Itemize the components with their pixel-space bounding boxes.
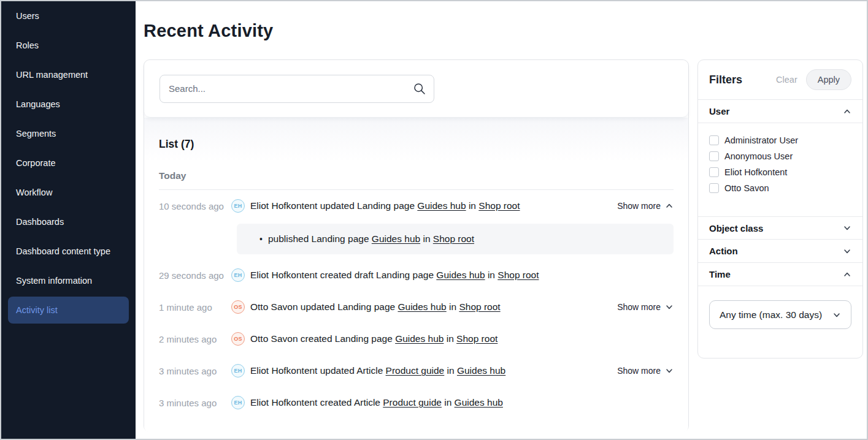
content-link[interactable]: Shop root [497, 270, 539, 280]
sidebar-item-users[interactable]: Users [1, 1, 136, 31]
activity-list-section: List (7) Today 10 seconds agoEHEliot Hof… [144, 118, 688, 433]
filter-section-action[interactable]: Action [698, 240, 862, 263]
checkbox-otto-savon[interactable] [709, 183, 719, 193]
activity-description: Otto Savon updated Landing page Guides h… [250, 302, 501, 313]
content-link[interactable]: Guides hub [372, 233, 420, 244]
timestamp: 1 minute ago [159, 302, 231, 313]
filter-section-time[interactable]: Time [698, 263, 862, 286]
filter-section-user[interactable]: User [698, 100, 862, 123]
content-link[interactable]: Guides hub [455, 397, 503, 408]
content-link[interactable]: Shop root [478, 200, 520, 211]
content-text: in [420, 233, 433, 244]
checkbox-anonymous-user[interactable] [709, 151, 719, 161]
content-text: in [444, 333, 456, 344]
sidebar-item-workflow[interactable]: Workflow [1, 178, 136, 207]
filter-section-label: Action [709, 246, 738, 256]
content-link[interactable]: Shop root [456, 333, 497, 344]
content-link[interactable]: Product guide [383, 397, 442, 408]
sidebar-item-segments[interactable]: Segments [1, 119, 136, 148]
activity-description: Eliot Hofkontent created Article Product… [250, 397, 503, 408]
content-link[interactable]: Product guide [386, 365, 445, 376]
time-filter-content: Any time (max. 30 days) [698, 286, 862, 329]
chevron-down-icon [843, 224, 851, 232]
sidebar-item-url-management[interactable]: URL management [1, 60, 136, 89]
show-more-button[interactable]: Show more [610, 201, 674, 211]
timestamp: 10 seconds ago [159, 201, 231, 211]
activity-description: Otto Savon created Landing page Guides h… [250, 333, 497, 344]
filter-section-label: Object class [709, 223, 763, 233]
page-title: Recent Activity [144, 21, 273, 41]
content-link[interactable]: Shop root [459, 302, 500, 312]
filters-header: Filters Clear Apply [698, 60, 862, 100]
show-more-button[interactable]: Show more [610, 302, 674, 312]
chevron-up-icon [843, 107, 851, 116]
content-text: Eliot Hofkontent created Article [250, 397, 383, 408]
sidebar-item-dashboard-content-type[interactable]: Dashboard content type [1, 237, 136, 266]
activity-rows: 10 seconds agoEHEliot Hofkontent updated… [159, 190, 674, 419]
content-link[interactable]: Guides hub [436, 270, 485, 280]
detail-description: published Landing page Guides hub in Sho… [268, 233, 474, 245]
app-window: UsersRolesURL managementLanguagesSegment… [0, 0, 868, 440]
filter-option-eliot-hofkontent: Eliot Hofkontent [709, 164, 851, 180]
sidebar-item-activity-list[interactable]: Activity list [8, 297, 129, 324]
content-link[interactable]: Shop root [433, 233, 474, 244]
bullet: • [259, 234, 263, 244]
content-text: in [447, 302, 459, 312]
chevron-down-icon [665, 303, 674, 311]
activity-card: List (7) Today 10 seconds agoEHEliot Hof… [144, 59, 689, 432]
content-link[interactable]: Guides hub [398, 302, 446, 312]
user-avatar: OS [231, 332, 245, 346]
content-text: in [485, 270, 498, 280]
apply-filters-button[interactable]: Apply [806, 69, 851, 90]
content-text: in [444, 365, 457, 376]
content-link[interactable]: Guides hub [457, 365, 505, 376]
content-link[interactable]: Guides hub [417, 200, 466, 211]
content-text: published Landing page [268, 233, 372, 244]
date-group-label: Today [159, 170, 674, 181]
filter-option-label: Otto Savon [724, 183, 769, 193]
activity-row: 10 seconds agoEHEliot Hofkontent updated… [159, 190, 674, 222]
clear-filters-button[interactable]: Clear [776, 75, 797, 85]
checkbox-administrator-user[interactable] [709, 135, 719, 145]
filter-option-administrator-user: Administrator User [709, 132, 851, 148]
chevron-up-icon [843, 270, 851, 279]
show-more-button[interactable]: Show more [610, 366, 674, 376]
user-filter-options: Administrator UserAnonymous UserEliot Ho… [698, 123, 862, 216]
search-wrap [159, 75, 434, 103]
filters-title: Filters [709, 74, 742, 86]
activity-description: Eliot Hofkontent updated Landing page Gu… [250, 200, 520, 211]
time-range-select[interactable]: Any time (max. 30 days) [709, 300, 851, 329]
filter-option-label: Administrator User [724, 135, 798, 145]
filter-option-label: Eliot Hofkontent [724, 167, 787, 177]
sidebar-item-dashboards[interactable]: Dashboards [1, 207, 136, 237]
activity-row: 1 minute agoOSOtto Savon updated Landing… [159, 291, 674, 323]
sidebar-item-corporate[interactable]: Corporate [1, 148, 136, 178]
filter-option-otto-savon: Otto Savon [709, 180, 851, 196]
content-text: in [442, 397, 455, 408]
activity-description: Eliot Hofkontent updated Article Product… [250, 365, 505, 376]
sidebar-item-languages[interactable]: Languages [1, 89, 136, 119]
user-avatar: EH [231, 396, 245, 409]
activity-row: 29 seconds agoEHEliot Hofkontent created… [159, 259, 674, 291]
filter-section-label: Time [709, 269, 731, 279]
search-icon[interactable] [413, 83, 426, 95]
timestamp: 29 seconds ago [159, 270, 231, 281]
filter-section-object-class[interactable]: Object class [698, 216, 862, 240]
content-text: Eliot Hofkontent updated Landing page [250, 200, 417, 211]
user-avatar: EH [231, 364, 245, 377]
checkbox-eliot-hofkontent[interactable] [709, 167, 719, 177]
chevron-down-icon [843, 247, 851, 256]
activity-row: 3 minutes agoEHEliot Hofkontent updated … [159, 355, 674, 387]
content-text: in [466, 200, 479, 211]
sidebar-item-system-information[interactable]: System information [1, 266, 136, 295]
filter-section-label: User [709, 106, 729, 116]
search-bar-section [144, 60, 688, 118]
content-text: Otto Savon updated Landing page [250, 302, 398, 312]
user-avatar: EH [231, 268, 245, 282]
list-title: List (7) [159, 118, 674, 151]
content-text: Eliot Hofkontent created draft Landing p… [250, 270, 436, 280]
content-link[interactable]: Guides hub [395, 333, 444, 344]
search-input[interactable] [159, 75, 434, 103]
sidebar-item-roles[interactable]: Roles [1, 31, 136, 60]
user-avatar: OS [231, 300, 245, 314]
